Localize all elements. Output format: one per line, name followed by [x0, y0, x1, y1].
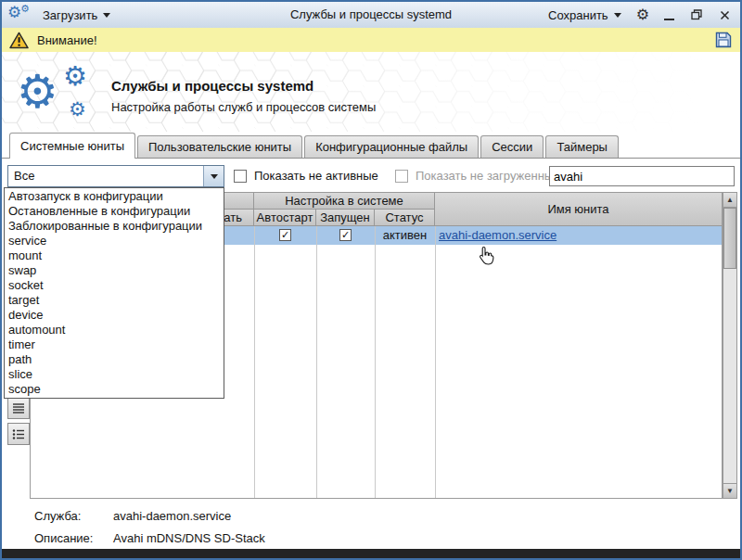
save-menu-label: Сохранить [548, 8, 608, 22]
dropdown-item[interactable]: device [5, 308, 224, 323]
dropdown-item[interactable]: Автозапуск в конфигурации [5, 189, 224, 204]
dropdown-item[interactable]: socket [5, 278, 224, 293]
list-view-icon [12, 402, 25, 414]
minimize-icon [664, 19, 674, 20]
close-icon [720, 10, 730, 20]
unit-name-link[interactable]: avahi-daemon.service [439, 226, 556, 245]
dropdown-item[interactable]: target [5, 293, 224, 308]
minimize-button[interactable] [660, 6, 677, 24]
show-inactive-label: Показать не активные [254, 165, 378, 187]
page-subtitle: Настройка работы служб и процессов систе… [111, 100, 376, 114]
tab-bar: Системные юниты Пользовательские юниты К… [2, 132, 740, 159]
description-value: Avahi mDNS/DNS SD-Stack [113, 531, 265, 546]
tab-sessions[interactable]: Сессии [480, 135, 544, 158]
tab-timers[interactable]: Таймеры [545, 135, 619, 158]
bottom-strip [2, 549, 740, 558]
dropdown-item[interactable]: Остановленные в конфигурации [5, 204, 224, 219]
combo-dropdown-button[interactable] [203, 166, 224, 186]
scroll-down-icon: ▼ [726, 487, 734, 495]
gear-icon: ⚙ [7, 5, 21, 20]
chevron-down-icon [614, 13, 621, 18]
dropdown-item[interactable]: Заблокированные в конфигурации [5, 219, 224, 234]
dropdown-item[interactable]: automount [5, 323, 224, 337]
chevron-down-icon [211, 174, 218, 179]
table-header-running[interactable]: Запущен [316, 210, 375, 226]
table-header-group-system: Настройка в системе [254, 193, 435, 210]
close-button[interactable] [716, 6, 733, 24]
unit-filter-value: Все [14, 166, 34, 186]
gear-small-icon: ⚙ [69, 100, 86, 120]
settings-gear-icon[interactable]: ⚙ [636, 7, 649, 22]
gear-medium-icon: ⚙ [63, 63, 87, 90]
column-divider [316, 226, 317, 498]
load-menu-button[interactable]: Загрузить [39, 4, 114, 26]
detail-view-button[interactable] [7, 423, 30, 445]
tab-config-files[interactable]: Конфигурационные файлы [304, 135, 479, 158]
list-view-button[interactable] [7, 397, 30, 419]
column-divider [435, 226, 436, 498]
description-label: Описание: [34, 531, 93, 546]
unit-filter-dropdown[interactable]: Автозапуск в конфигурацииОстановленные в… [4, 187, 224, 399]
service-value: avahi-daemon.service [113, 509, 231, 524]
dropdown-item[interactable]: service [5, 234, 224, 248]
gear-large-icon: ⚙ [17, 69, 58, 115]
app-gears-icon: ⚙ ⚙ [7, 4, 32, 26]
save-file-icon [714, 31, 733, 49]
column-divider [375, 226, 376, 498]
chevron-down-icon [103, 13, 110, 18]
table-scrollbar[interactable]: ▲ ▼ [723, 192, 737, 499]
row-running-checkbox[interactable]: ✓ [339, 229, 352, 241]
load-menu-label: Загрузить [43, 8, 97, 22]
show-unloaded-label: Показать не загруженные [416, 165, 559, 187]
unit-filter-combobox[interactable]: Все [7, 165, 224, 187]
gear-small-icon: ⚙ [20, 4, 30, 14]
service-label: Служба: [34, 509, 81, 524]
tab-user-units[interactable]: Пользовательские юниты [137, 135, 302, 158]
table-header-autostart[interactable]: Автостарт [254, 210, 316, 226]
row-status: активен [375, 226, 435, 245]
dropdown-item[interactable]: swap [5, 263, 224, 278]
search-input[interactable] [549, 166, 735, 186]
hand-cursor-icon [478, 246, 495, 268]
show-unloaded-checkbox[interactable] [395, 170, 408, 183]
banner-gears-icon: ⚙ ⚙ ⚙ [17, 67, 109, 130]
maximize-button[interactable] [688, 6, 705, 24]
dropdown-item[interactable]: slice [5, 367, 224, 382]
header-banner: ⚙ ⚙ ⚙ Службы и процессы systemd Настройк… [2, 52, 740, 132]
app-window: ⚙ ⚙ Загрузить Службы и процессы systemd … [0, 0, 742, 560]
titlebar: ⚙ ⚙ Загрузить Службы и процессы systemd … [2, 2, 740, 29]
save-menu-button[interactable]: Сохранить [544, 4, 625, 26]
scroll-up-icon: ▲ [726, 196, 734, 204]
scroll-up-button[interactable]: ▲ [723, 193, 736, 208]
dropdown-item[interactable]: path [5, 352, 224, 367]
dropdown-item[interactable]: mount [5, 248, 224, 263]
maximize-icon [691, 9, 702, 20]
dropdown-item[interactable]: timer [5, 337, 224, 352]
page-title: Службы и процессы systemd [111, 78, 313, 94]
detail-view-icon [12, 428, 25, 440]
row-autostart-checkbox[interactable]: ✓ [279, 229, 291, 241]
scrollbar-thumb[interactable] [723, 208, 736, 269]
dropdown-item[interactable]: scope [5, 382, 224, 397]
warning-icon [9, 32, 29, 49]
show-inactive-checkbox[interactable] [234, 170, 247, 183]
warning-label: Внимание! [37, 33, 97, 47]
scroll-down-button[interactable]: ▼ [723, 483, 736, 498]
table-header-status[interactable]: Статус [375, 210, 435, 226]
tab-system-units[interactable]: Системные юниты [9, 133, 135, 159]
column-divider [254, 226, 255, 498]
save-changes-button[interactable] [714, 31, 733, 49]
table-header-unit-name[interactable]: Имя юнита [435, 193, 722, 226]
warning-bar: Внимание! [2, 28, 740, 53]
